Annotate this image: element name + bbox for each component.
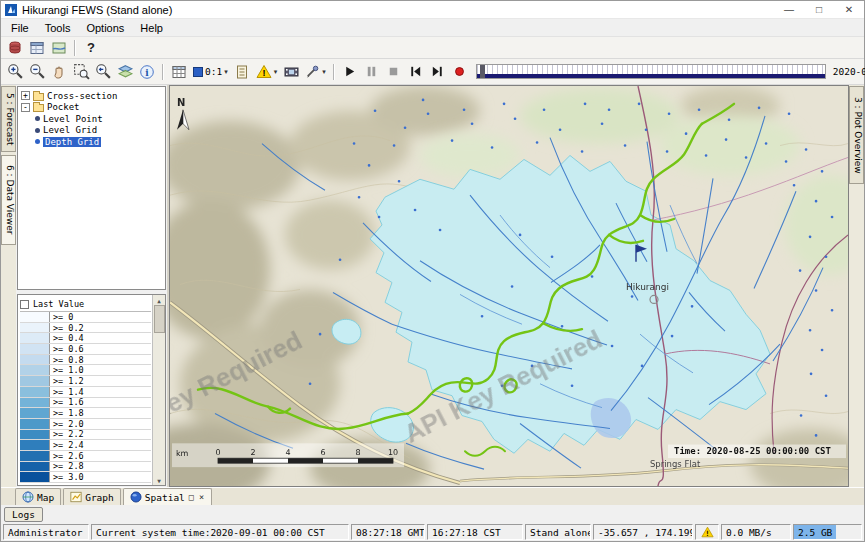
legend-swatch bbox=[20, 440, 50, 450]
grid-table-icon bbox=[171, 64, 187, 80]
sidebar-tab-forecast[interactable]: 5 : Forecast bbox=[1, 86, 16, 152]
help-button[interactable]: ? bbox=[80, 38, 102, 58]
status-warning[interactable]: ! bbox=[695, 524, 719, 540]
menu-help[interactable]: Help bbox=[132, 21, 171, 35]
play-button[interactable] bbox=[339, 62, 361, 82]
legend-label: >= 0.6 bbox=[50, 344, 151, 354]
maximize-button[interactable]: □ bbox=[804, 1, 834, 18]
zoom-out-button[interactable] bbox=[26, 62, 48, 82]
legend-swatch bbox=[20, 376, 50, 386]
tree-item-cross-section[interactable]: + Cross-section bbox=[21, 90, 165, 102]
timestep-combo[interactable]: 0:1 ▾ bbox=[190, 62, 231, 82]
tree-item-level-point[interactable]: Level Point bbox=[21, 113, 165, 125]
tree-item-label[interactable]: Pocket bbox=[47, 102, 80, 112]
legend-panel: Last Value >= 0 >= 0.2 >= 0.4 >= 0.6 >= … bbox=[17, 294, 166, 486]
profile-tool-combo[interactable]: ▾ bbox=[302, 62, 329, 82]
svg-text:0: 0 bbox=[215, 448, 220, 457]
zoom-previous-button[interactable] bbox=[92, 62, 114, 82]
status-user: Administrator bbox=[3, 524, 89, 540]
main-toolbar: ? bbox=[1, 37, 864, 59]
menu-options[interactable]: Options bbox=[78, 21, 132, 35]
legend-swatch bbox=[20, 398, 50, 408]
record-button[interactable] bbox=[449, 62, 471, 82]
go-to-end-button[interactable] bbox=[427, 62, 449, 82]
expand-icon[interactable]: + bbox=[21, 91, 30, 100]
scroll-down-icon[interactable]: ▼ bbox=[157, 475, 161, 485]
legend-entry: >= 2.8 bbox=[20, 462, 151, 473]
grid-table-button[interactable] bbox=[168, 62, 190, 82]
tab-close-icon[interactable]: × bbox=[198, 492, 205, 502]
pause-button[interactable] bbox=[361, 62, 383, 82]
map-display-open-button[interactable] bbox=[48, 38, 70, 58]
go-to-start-button[interactable] bbox=[405, 62, 427, 82]
sidebar-tab-data-viewer[interactable]: 6 : Data Viewer bbox=[1, 155, 16, 245]
pan-button[interactable] bbox=[48, 62, 70, 82]
zoom-extent-button[interactable] bbox=[70, 62, 92, 82]
legend-label: >= 2.8 bbox=[50, 462, 151, 472]
window-title: Hikurangi FEWS (Stand alone) bbox=[22, 4, 172, 16]
zoom-in-button[interactable] bbox=[4, 62, 26, 82]
pan-hand-icon bbox=[51, 64, 67, 80]
legend-entry: >= 3.0 bbox=[20, 472, 151, 483]
springs-flat-label: Springs Flat bbox=[650, 459, 701, 469]
tab-graph[interactable]: Graph bbox=[63, 488, 121, 505]
collapse-icon[interactable]: - bbox=[21, 103, 30, 112]
zoom-previous-icon bbox=[95, 63, 112, 80]
stop-button[interactable] bbox=[383, 62, 405, 82]
legend-swatch bbox=[20, 451, 50, 461]
svg-text:10: 10 bbox=[388, 448, 398, 457]
legend-entry: >= 2.0 bbox=[20, 419, 151, 430]
timestep-value: 0:1 bbox=[205, 66, 222, 77]
tab-spatial[interactable]: Spatial □ × bbox=[123, 488, 212, 505]
logs-button[interactable]: Logs bbox=[4, 507, 43, 522]
spatial-sphere-icon bbox=[130, 491, 142, 503]
scroll-up-icon[interactable]: ▲ bbox=[157, 295, 161, 305]
tree-item-level-grid[interactable]: Level Grid bbox=[21, 125, 165, 137]
tab-restore-icon[interactable]: □ bbox=[188, 492, 195, 502]
close-button[interactable]: ✕ bbox=[834, 1, 864, 18]
menu-bar: File Tools Options Help bbox=[1, 19, 864, 37]
legend-entry: >= 2.6 bbox=[20, 451, 151, 462]
legend-entry: >= 1.6 bbox=[20, 398, 151, 409]
legend-label: >= 1.0 bbox=[50, 365, 151, 375]
window-grid-icon bbox=[29, 40, 45, 56]
longitudinal-profile-button[interactable] bbox=[231, 62, 253, 82]
toolbar-separator bbox=[333, 64, 335, 80]
sidebar-tab-plot-overview[interactable]: 3 : Plot Overview bbox=[849, 86, 864, 184]
warning-icon: ! bbox=[701, 526, 714, 538]
last-value-checkbox[interactable] bbox=[20, 300, 29, 309]
scroll-thumb[interactable] bbox=[154, 305, 165, 333]
memory-usage-label: 2.5 GB bbox=[798, 527, 832, 538]
grid-display-open-button[interactable] bbox=[26, 38, 48, 58]
thresholds-combo[interactable]: ! ▾ bbox=[253, 62, 281, 82]
tree-item-pocket[interactable]: - Pocket bbox=[21, 102, 165, 114]
tree-item-label[interactable]: Cross-section bbox=[47, 91, 117, 101]
tree-item-label[interactable]: Level Point bbox=[43, 114, 103, 124]
menu-tools[interactable]: Tools bbox=[37, 21, 79, 35]
info-button[interactable]: i bbox=[136, 62, 158, 82]
status-memory: 2.5 GB bbox=[793, 524, 862, 540]
database-button[interactable] bbox=[4, 38, 26, 58]
minimize-button[interactable]: — bbox=[774, 1, 804, 18]
map-toolbar: i 0:1 ▾ bbox=[1, 59, 864, 85]
tree-item-depth-grid[interactable]: Depth Grid bbox=[21, 136, 165, 148]
tree-item-label[interactable]: Level Grid bbox=[43, 125, 97, 135]
timeline-thumb[interactable] bbox=[480, 65, 485, 78]
legend-entry: >= 0 bbox=[20, 312, 151, 323]
menu-file[interactable]: File bbox=[3, 21, 37, 35]
window-controls: — □ ✕ bbox=[774, 1, 864, 18]
layers-button[interactable] bbox=[114, 62, 136, 82]
legend-swatch bbox=[20, 312, 50, 322]
legend-label: >= 1.4 bbox=[50, 387, 151, 397]
timeline-slider[interactable] bbox=[476, 64, 826, 79]
legend-header: Last Value bbox=[20, 297, 151, 311]
tree-item-label-selected[interactable]: Depth Grid bbox=[43, 137, 101, 147]
map-viewport[interactable]: API Key Required API Key Required Hikura… bbox=[169, 85, 849, 487]
timestep-icon bbox=[193, 67, 203, 77]
legend-scrollbar[interactable]: ▲ ▼ bbox=[152, 295, 165, 485]
tab-map[interactable]: Map bbox=[15, 488, 61, 505]
animation-button[interactable] bbox=[280, 62, 302, 82]
map-canvas[interactable]: API Key Required API Key Required Hikura… bbox=[170, 86, 848, 486]
status-coordinates: -35.657 , 174.199 bbox=[593, 524, 693, 540]
legend-label: >= 2.0 bbox=[50, 419, 151, 429]
